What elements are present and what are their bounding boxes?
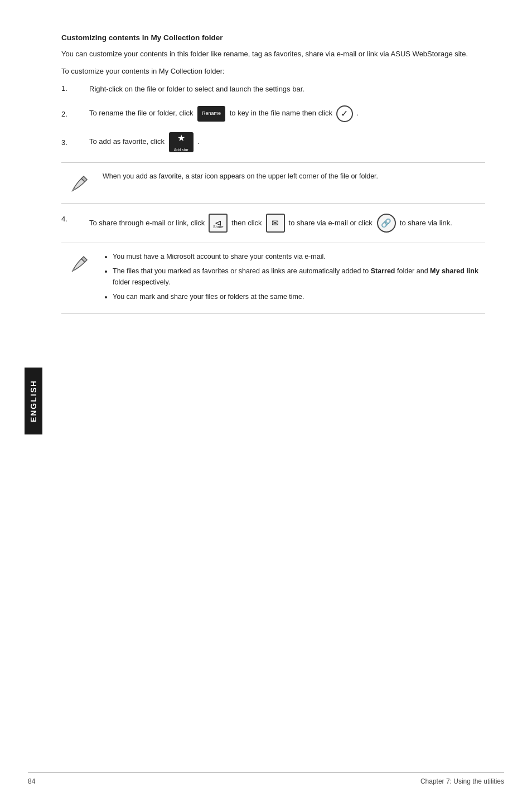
note-box-1: When you add as favorite, a star icon ap… [61, 162, 485, 204]
step-4: 4. To share through e-mail or link, clic… [61, 214, 485, 233]
step-1: 1. Right-click on the file or folder to … [61, 83, 485, 95]
step-4-number: 4. [61, 214, 78, 223]
step-2-text-before: To rename the file or folder, click [89, 109, 193, 117]
pen-icon-1 [68, 171, 93, 195]
note-icon-2 [67, 251, 94, 276]
note-2-bullet-3: You can mark and share your files or fol… [113, 291, 480, 302]
step-2-text-middle: to key in the file name then click [230, 109, 332, 117]
step-4-text-after: to share via link. [400, 216, 452, 230]
pen-icon-2 [68, 251, 93, 276]
step-4-then-click: then click [231, 216, 262, 230]
share-label: Share [213, 223, 224, 231]
intro-paragraph-1: You can customize your contents in this … [61, 49, 485, 60]
steps-list: 1. Right-click on the file or folder to … [61, 83, 485, 152]
intro-paragraph-2: To customize your contents in My Collect… [61, 66, 485, 78]
step-3: 3. To add as favorite, click ★ Add star … [61, 132, 485, 152]
section-title: Customizing contents in My Collection fo… [61, 33, 485, 42]
step-2-text-after: . [356, 109, 359, 117]
step-3-text-before: To add as favorite, click [89, 137, 165, 146]
step-2: 2. To rename the file or folder, click R… [61, 105, 485, 122]
note-1-body: When you add as favorite, a star icon ap… [103, 172, 378, 180]
share-icon: ⊲ Share [209, 214, 228, 233]
step-1-content: Right-click on the file or folder to sel… [89, 83, 485, 95]
step-4-list: 4. To share through e-mail or link, clic… [61, 214, 485, 233]
sidebar-label-text: ENGLISH [29, 380, 38, 422]
rename-icon: Rename [197, 106, 225, 122]
link-share-icon: 🔗 [377, 214, 396, 233]
sidebar-english-label: ENGLISH [25, 368, 42, 434]
email-symbol: ✉ [272, 215, 279, 231]
footer-chapter: Chapter 7: Using the utilities [420, 777, 504, 785]
checkmark-circle-icon: ✓ [336, 105, 353, 122]
footer-page-number: 84 [28, 777, 35, 785]
step-3-number: 3. [61, 137, 78, 147]
main-content: Customizing contents in My Collection fo… [28, 0, 530, 357]
step-1-number: 1. [61, 83, 78, 93]
star-symbol: ★ [177, 131, 185, 146]
add-star-label: Add star [174, 147, 188, 153]
footer: 84 Chapter 7: Using the utilities [28, 772, 504, 785]
note-2-text: You must have a Microsoft account to sha… [103, 251, 480, 306]
step-4-text-before: To share through e-mail or link, click [89, 216, 205, 230]
add-star-icon: ★ Add star [169, 132, 194, 152]
step-4-text-middle: to share via e-mail or click [289, 216, 373, 230]
note-2-bullet-2: The files that you marked as favorites o… [113, 265, 480, 288]
note-1-text: When you add as favorite, a star icon ap… [103, 171, 378, 182]
my-shared-link-bold: My shared link [430, 267, 478, 275]
step-2-content: To rename the file or folder, click Rena… [89, 105, 485, 122]
step-2-number: 2. [61, 109, 78, 118]
step-3-content: To add as favorite, click ★ Add star . [89, 132, 485, 152]
step-4-content: To share through e-mail or link, click ⊲… [89, 214, 485, 233]
note-2-bullet-list: You must have a Microsoft account to sha… [113, 251, 480, 302]
rename-icon-label: Rename [202, 109, 221, 118]
step-3-text-after: . [197, 137, 200, 146]
note-icon-1 [67, 171, 94, 195]
note-box-2: You must have a Microsoft account to sha… [61, 243, 485, 314]
link-symbol: 🔗 [381, 215, 391, 231]
starred-bold: Starred [371, 267, 395, 275]
email-share-icon: ✉ [266, 214, 285, 233]
note-2-bullet-1: You must have a Microsoft account to sha… [113, 251, 480, 262]
